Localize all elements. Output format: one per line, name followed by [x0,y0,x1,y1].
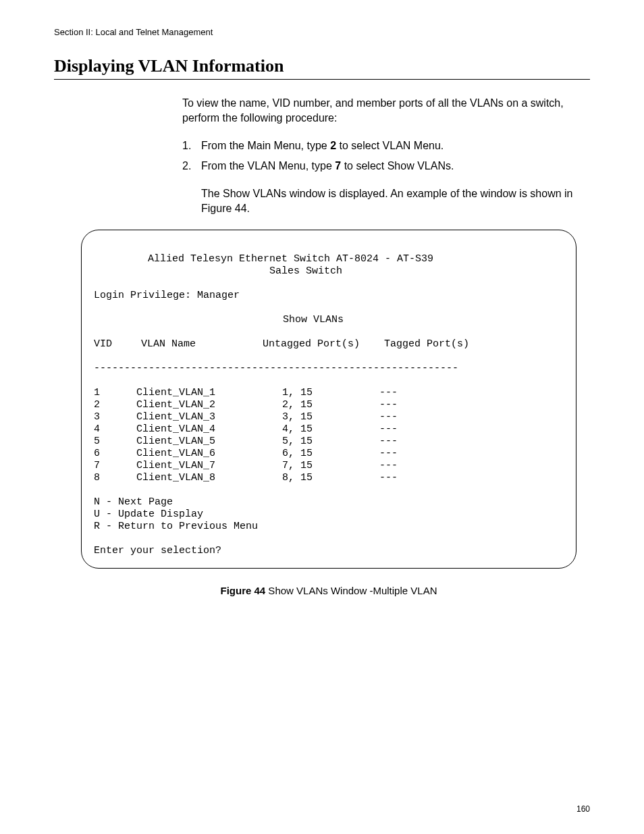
step-number: 1. [182,138,201,153]
divider: ----------------------------------------… [94,363,458,374]
vlan-row: 4 Client_VLAN_4 4, 15 --- [94,423,564,436]
col-vid: VID [94,338,141,350]
step-pre: From the Main Menu, type [201,140,330,151]
figure-text: Show VLANs Window -Multiple VLAN [265,585,437,596]
step-text: From the Main Menu, type 2 to select VLA… [201,138,590,153]
step-bold: 7 [335,160,341,172]
step-bold: 2 [330,140,336,151]
section-header: Section II: Local and Telnet Management [54,27,590,37]
step-post: to select Show VLANs. [341,160,454,172]
terminal-header-2: Sales Switch [94,265,564,278]
result-text: The Show VLANs window is displayed. An e… [201,186,590,215]
screen-title: Show VLANs [94,314,564,326]
vlan-row: 7 Client_VLAN_7 7, 15 --- [94,460,564,472]
figure-label: Figure 44 [221,585,266,596]
menu-item: U - Update Display [94,509,203,520]
step: 1. From the Main Menu, type 2 to select … [182,138,590,153]
terminal-header-1: Allied Telesyn Ethernet Switch AT-8024 -… [94,253,564,265]
column-headers: VIDVLAN NameUntagged Port(s)Tagged Port(… [94,338,469,350]
intro-text: To view the name, VID number, and member… [182,96,590,125]
prompt: Enter your selection? [94,545,221,556]
vlan-row: 6 Client_VLAN_6 6, 15 --- [94,448,564,460]
step-post: to select VLAN Menu. [336,140,444,151]
figure-caption: Figure 44 Show VLANs Window -Multiple VL… [81,585,576,596]
steps-list: 1. From the Main Menu, type 2 to select … [182,138,590,173]
menu-item: N - Next Page [94,496,173,508]
step-text: From the VLAN Menu, type 7 to select Sho… [201,159,590,174]
menu-item: R - Return to Previous Menu [94,521,258,532]
vlan-row: 8 Client_VLAN_8 8, 15 --- [94,472,564,484]
col-name: VLAN Name [141,338,263,350]
vlan-row: 2 Client_VLAN_2 2, 15 --- [94,399,564,411]
step-pre: From the VLAN Menu, type [201,160,335,172]
vlan-row: 1 Client_VLAN_1 1, 15 --- [94,387,564,399]
login-line: Login Privilege: Manager [94,290,240,301]
vlan-row: 3 Client_VLAN_3 3, 15 --- [94,411,564,423]
page-title: Displaying VLAN Information [54,56,590,80]
step-number: 2. [182,159,201,174]
step: 2. From the VLAN Menu, type 7 to select … [182,159,590,174]
vlan-row: 5 Client_VLAN_5 5, 15 --- [94,436,564,448]
col-untagged: Untagged Port(s) [263,338,384,350]
vlan-rows: 1 Client_VLAN_1 1, 15 ---2 Client_VLAN_2… [94,387,564,484]
terminal-window: Allied Telesyn Ethernet Switch AT-8024 -… [81,230,576,569]
col-tagged: Tagged Port(s) [384,338,469,350]
